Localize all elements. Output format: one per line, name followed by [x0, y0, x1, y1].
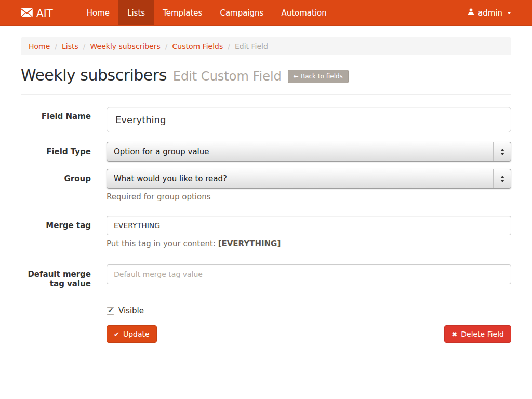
user-icon [467, 8, 475, 18]
nav-item-templates[interactable]: Templates [154, 0, 211, 25]
back-to-fields-button[interactable]: ←Back to fields [288, 70, 349, 83]
nav-item-automation[interactable]: Automation [272, 0, 335, 25]
field-type-selected-value: Option for a group value [114, 147, 493, 156]
check-icon: ✔ [114, 330, 119, 338]
brand[interactable]: AIT [21, 0, 53, 25]
merge-tag-token: [EVERYTHING] [218, 239, 281, 248]
form-actions-row: ✔Update ✖Delete Field [21, 325, 511, 343]
delete-field-button[interactable]: ✖Delete Field [444, 325, 511, 343]
select-arrows-icon [493, 169, 511, 188]
x-icon: ✖ [451, 330, 457, 338]
nav-item-lists[interactable]: Lists [118, 0, 154, 25]
edit-field-form: Field Name Field Type Option for a group… [21, 107, 511, 343]
breadcrumb-home[interactable]: Home [29, 42, 50, 50]
nav-item-home[interactable]: Home [78, 0, 118, 25]
field-type-row: Field Type Option for a group value [21, 142, 511, 162]
visible-checkbox[interactable] [107, 307, 114, 315]
envelope-icon [21, 8, 33, 17]
group-row: Group What would you like to read? Requi… [21, 169, 511, 202]
user-label: admin [478, 8, 502, 18]
nav-items: Home Lists Templates Campaigns Automatio… [78, 0, 336, 25]
breadcrumb-custom-fields[interactable]: Custom Fields [172, 42, 223, 50]
page-title: Weekly subscribers [21, 66, 167, 84]
brand-label: AIT [36, 7, 53, 19]
select-arrows-icon [493, 142, 511, 161]
group-select[interactable]: What would you like to read? [107, 169, 511, 189]
navbar: AIT Home Lists Templates Campaigns Autom… [0, 0, 532, 26]
visible-checkbox-label[interactable]: Visible [118, 306, 144, 315]
breadcrumb-separator: / [78, 42, 90, 50]
merge-tag-row: Merge tag Put this tag in your content: … [21, 216, 511, 248]
chevron-down-icon [507, 12, 511, 14]
update-button[interactable]: ✔Update [107, 325, 157, 343]
field-name-label: Field Name [21, 107, 107, 132]
user-menu[interactable]: admin [467, 8, 511, 18]
breadcrumb-weekly-subscribers[interactable]: Weekly subscribers [90, 42, 161, 50]
merge-tag-label: Merge tag [21, 216, 107, 248]
field-name-input[interactable] [107, 107, 511, 132]
page-subtitle: Edit Custom Field [173, 69, 282, 84]
default-merge-tag-input[interactable] [107, 264, 511, 284]
breadcrumb: Home / Lists / Weekly subscribers / Cust… [21, 37, 511, 55]
group-label: Group [21, 169, 107, 202]
header-divider [21, 94, 511, 95]
default-merge-tag-row: Default merge tag value [21, 264, 511, 288]
merge-tag-input[interactable] [107, 216, 511, 235]
merge-tag-help-text: Put this tag in your content: [EVERYTHIN… [107, 239, 511, 248]
breadcrumb-separator: / [223, 42, 235, 50]
breadcrumb-current: Edit Field [235, 42, 268, 50]
field-type-select[interactable]: Option for a group value [107, 142, 511, 162]
arrow-left-icon: ← [294, 73, 299, 80]
field-type-label: Field Type [21, 142, 107, 162]
group-selected-value: What would you like to read? [114, 174, 493, 183]
breadcrumb-lists[interactable]: Lists [62, 42, 78, 50]
breadcrumb-separator: / [50, 42, 62, 50]
breadcrumb-separator: / [161, 42, 172, 50]
nav-item-campaigns[interactable]: Campaigns [211, 0, 272, 25]
visible-row: Visible [21, 306, 511, 315]
default-merge-tag-label: Default merge tag value [21, 264, 107, 288]
field-name-row: Field Name [21, 107, 511, 132]
group-help-text: Required for group options [107, 192, 511, 202]
